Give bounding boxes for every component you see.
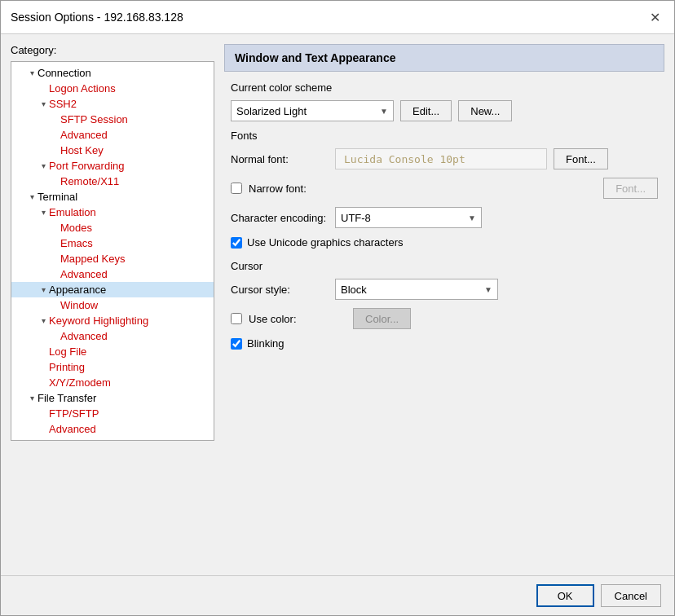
tree-label-remote-x11: Remote/X11 <box>60 175 119 187</box>
tree-label-advanced-ft: Advanced <box>49 423 96 435</box>
unicode-label: Use Unicode graphics characters <box>247 236 403 249</box>
tree-item-sftp[interactable]: SFTP Session <box>11 112 214 127</box>
tree-item-advanced-ft[interactable]: Advanced <box>11 421 214 437</box>
main-panel: Window and Text Appearance Current color… <box>224 44 664 565</box>
tree-item-xyz-modem[interactable]: X/Y/Zmodem <box>11 375 214 390</box>
tree-label-advanced-emulation: Advanced <box>60 268 108 280</box>
color-scheme-dropdown[interactable]: Solarized Light ▼ <box>231 100 394 121</box>
tree-label-keyword-highlighting: Keyword Highlighting <box>49 315 148 327</box>
tree-label-modes: Modes <box>60 222 92 234</box>
unicode-checkbox-row: Use Unicode graphics characters <box>231 236 658 249</box>
cursor-style-value: Block <box>341 284 367 296</box>
tree-label-port-forwarding: Port Forwarding <box>49 160 124 172</box>
fonts-section-label: Fonts <box>231 130 658 142</box>
title-bar: Session Options - 192.168.83.128 ✕ <box>1 1 674 34</box>
color-button[interactable]: Color... <box>353 308 411 329</box>
narrow-font-label: Narrow font: <box>249 183 346 195</box>
tree-label-printing: Printing <box>49 361 85 373</box>
toggle-keyword: ▾ <box>38 316 49 325</box>
tree-item-ssh2[interactable]: ▾ SSH2 <box>11 96 214 112</box>
tree-label-emulation: Emulation <box>49 206 96 218</box>
char-encoding-row: Character encoding: UTF-8 ▼ <box>231 207 658 228</box>
tree-item-remote-x11[interactable]: Remote/X11 <box>11 174 214 189</box>
tree-item-keyword-highlighting[interactable]: ▾ Keyword Highlighting <box>11 313 214 328</box>
tree-item-appearance[interactable]: ▾ Appearance <box>11 282 214 297</box>
toggle-appearance: ▾ <box>38 285 49 294</box>
tree-item-advanced-ssh2[interactable]: Advanced <box>11 127 214 143</box>
tree-label-logon-actions: Logon Actions <box>49 82 116 95</box>
tree-item-ftp-sftp[interactable]: FTP/SFTP <box>11 406 214 421</box>
toggle-file-transfer: ▾ <box>26 394 38 403</box>
tree-item-logon-actions[interactable]: Logon Actions <box>11 81 214 96</box>
new-button[interactable]: New... <box>458 100 512 121</box>
cursor-style-arrow: ▼ <box>484 285 492 294</box>
tree-item-window[interactable]: Window <box>11 297 214 313</box>
tree-item-port-forwarding[interactable]: ▾ Port Forwarding <box>11 158 214 174</box>
cursor-section-label: Cursor <box>231 260 658 272</box>
use-color-checkbox[interactable] <box>231 313 242 324</box>
tree-label-advanced-keyword: Advanced <box>60 330 108 342</box>
tree-item-advanced-emulation[interactable]: Advanced <box>11 266 214 282</box>
color-scheme-value: Solarized Light <box>236 105 307 117</box>
panel-title: Window and Text Appearance <box>224 44 664 72</box>
tree-item-log-file[interactable]: Log File <box>11 344 214 359</box>
narrow-font-row: Narrow font: Font... <box>231 178 658 199</box>
tree-label-terminal: Terminal <box>38 191 77 203</box>
tree-item-printing[interactable]: Printing <box>11 359 214 375</box>
category-tree: ▾ Connection Logon Actions ▾ SSH2 SFTP S… <box>11 61 214 441</box>
normal-font-row: Normal font: Lucida Console 10pt Font... <box>231 148 658 169</box>
tree-item-advanced-keyword[interactable]: Advanced <box>11 328 214 344</box>
tree-item-file-transfer[interactable]: ▾ File Transfer <box>11 390 214 406</box>
narrow-font-checkbox-row <box>231 183 242 194</box>
tree-label-window: Window <box>60 299 98 311</box>
tree-item-emulation[interactable]: ▾ Emulation <box>11 205 214 220</box>
color-scheme-section-label: Current color scheme <box>231 81 658 94</box>
narrow-font-button[interactable]: Font... <box>603 178 658 199</box>
tree-item-mapped-keys[interactable]: Mapped Keys <box>11 251 214 266</box>
bottom-bar: OK Cancel <box>1 575 674 615</box>
session-options-dialog: Session Options - 192.168.83.128 ✕ Categ… <box>0 0 675 616</box>
ok-button[interactable]: OK <box>536 584 594 607</box>
tree-label-host-key: Host Key <box>60 144 104 156</box>
dialog-body: Category: ▾ Connection Logon Actions ▾ S… <box>1 34 674 575</box>
use-color-row: Use color: Color... <box>231 308 658 329</box>
toggle-ssh2: ▾ <box>38 99 49 108</box>
narrow-font-checkbox[interactable] <box>231 183 242 194</box>
cursor-style-label: Cursor style: <box>231 284 329 296</box>
char-encoding-dropdown[interactable]: UTF-8 ▼ <box>335 207 482 228</box>
tree-label-file-transfer: File Transfer <box>38 392 96 404</box>
color-scheme-row: Solarized Light ▼ Edit... New... <box>231 100 658 121</box>
tree-item-terminal[interactable]: ▾ Terminal <box>11 189 214 205</box>
tree-label-xyz-modem: X/Y/Zmodem <box>49 376 111 389</box>
close-button[interactable]: ✕ <box>645 7 664 27</box>
tree-label-connection: Connection <box>38 67 91 79</box>
tree-item-modes[interactable]: Modes <box>11 220 214 235</box>
use-color-checkbox-row <box>231 313 242 324</box>
tree-label-sftp: SFTP Session <box>60 113 128 125</box>
normal-font-label: Normal font: <box>231 153 329 165</box>
cursor-style-dropdown[interactable]: Block ▼ <box>335 279 498 300</box>
normal-font-preview: Lucida Console 10pt <box>335 148 547 169</box>
tree-label-appearance: Appearance <box>49 284 106 296</box>
tree-item-connection[interactable]: ▾ Connection <box>11 65 214 81</box>
normal-font-button[interactable]: Font... <box>554 148 608 169</box>
tree-item-emacs[interactable]: Emacs <box>11 235 214 251</box>
tree-label-ftp-sftp: FTP/SFTP <box>49 407 99 420</box>
color-scheme-arrow: ▼ <box>380 107 388 116</box>
tree-label-log-file: Log File <box>49 345 86 358</box>
toggle-terminal: ▾ <box>26 192 38 201</box>
dialog-title: Session Options - 192.168.83.128 <box>11 11 183 24</box>
tree-label-ssh2: SSH2 <box>49 98 77 110</box>
use-color-label: Use color: <box>249 313 346 325</box>
category-label: Category: <box>11 44 214 56</box>
tree-item-host-key[interactable]: Host Key <box>11 143 214 158</box>
unicode-checkbox[interactable] <box>231 237 242 249</box>
toggle-port-fwd: ▾ <box>38 161 49 170</box>
cancel-button[interactable]: Cancel <box>601 584 661 607</box>
tree-label-mapped-keys: Mapped Keys <box>60 253 126 265</box>
edit-button[interactable]: Edit... <box>400 100 452 121</box>
blinking-checkbox[interactable] <box>231 338 242 350</box>
blinking-label: Blinking <box>247 337 285 350</box>
toggle-emulation: ▾ <box>38 208 49 217</box>
char-encoding-value: UTF-8 <box>341 212 371 224</box>
